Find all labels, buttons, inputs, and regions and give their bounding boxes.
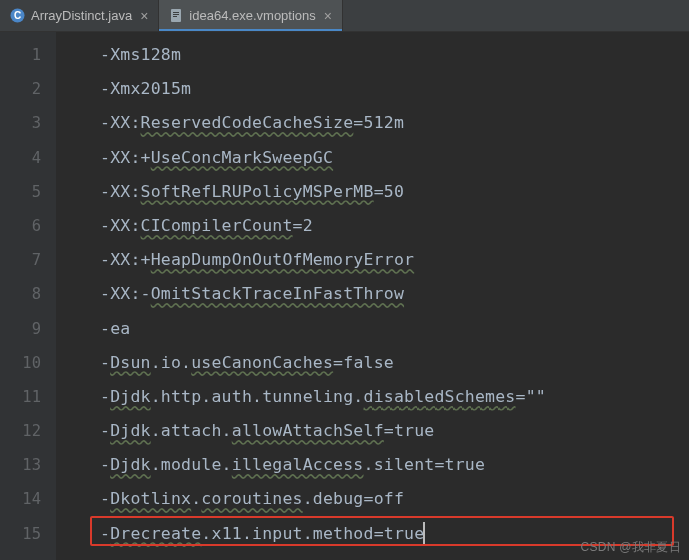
code-line: -XX:+HeapDumpOnOutOfMemoryError	[100, 243, 689, 277]
code-line: -Djdk.module.illegalAccess.silent=true	[100, 448, 689, 482]
code-line: -Dkotlinx.coroutines.debug=off	[100, 482, 689, 516]
line-number: 8	[0, 277, 41, 311]
tab-vmoptions[interactable]: idea64.exe.vmoptions ×	[159, 0, 343, 31]
editor-tabs: C ArrayDistinct.java × idea64.exe.vmopti…	[0, 0, 689, 32]
svg-rect-4	[173, 14, 179, 15]
svg-rect-3	[173, 12, 179, 13]
line-number: 6	[0, 209, 41, 243]
watermark-text: CSDN @我非夏日	[580, 539, 681, 556]
editor-area: 1 2 3 4 5 6 7 8 9 10 11 12 13 14 15 -Xms…	[0, 32, 689, 560]
code-line: -Djdk.attach.allowAttachSelf=true	[100, 414, 689, 448]
line-number: 1	[0, 38, 41, 72]
code-line: -XX:CICompilerCount=2	[100, 209, 689, 243]
tab-label: idea64.exe.vmoptions	[189, 8, 315, 23]
line-number-gutter: 1 2 3 4 5 6 7 8 9 10 11 12 13 14 15	[0, 32, 56, 560]
code-viewport[interactable]: -Xms128m -Xmx2015m -XX:ReservedCodeCache…	[56, 32, 689, 560]
line-number: 11	[0, 380, 41, 414]
close-icon[interactable]: ×	[138, 9, 150, 23]
tab-arraydistinct[interactable]: C ArrayDistinct.java ×	[0, 0, 159, 31]
code-line: -XX:SoftRefLRUPolicyMSPerMB=50	[100, 175, 689, 209]
line-number: 12	[0, 414, 41, 448]
line-number: 2	[0, 72, 41, 106]
line-number: 9	[0, 312, 41, 346]
line-number: 14	[0, 482, 41, 516]
code-line: -XX:ReservedCodeCacheSize=512m	[100, 106, 689, 140]
code-line: -Dsun.io.useCanonCaches=false	[100, 346, 689, 380]
line-number: 13	[0, 448, 41, 482]
line-number: 10	[0, 346, 41, 380]
code-line: -XX:-OmitStackTraceInFastThrow	[100, 277, 689, 311]
code-line: -Xmx2015m	[100, 72, 689, 106]
svg-rect-2	[171, 9, 181, 22]
line-number: 15	[0, 517, 41, 551]
code-line: -XX:+UseConcMarkSweepGC	[100, 141, 689, 175]
line-number: 4	[0, 141, 41, 175]
code-line: -ea	[100, 312, 689, 346]
line-number: 3	[0, 106, 41, 140]
text-file-icon	[169, 8, 183, 23]
svg-text:C: C	[14, 10, 21, 21]
line-number: 5	[0, 175, 41, 209]
code-line: -Xms128m	[100, 38, 689, 72]
java-class-icon: C	[10, 8, 25, 23]
close-icon[interactable]: ×	[322, 9, 334, 23]
tab-label: ArrayDistinct.java	[31, 8, 132, 23]
line-number: 7	[0, 243, 41, 277]
code-line: -Djdk.http.auth.tunneling.disabledScheme…	[100, 380, 689, 414]
code-content[interactable]: -Xms128m -Xmx2015m -XX:ReservedCodeCache…	[56, 38, 689, 551]
svg-rect-5	[173, 16, 177, 17]
text-caret	[423, 522, 425, 544]
